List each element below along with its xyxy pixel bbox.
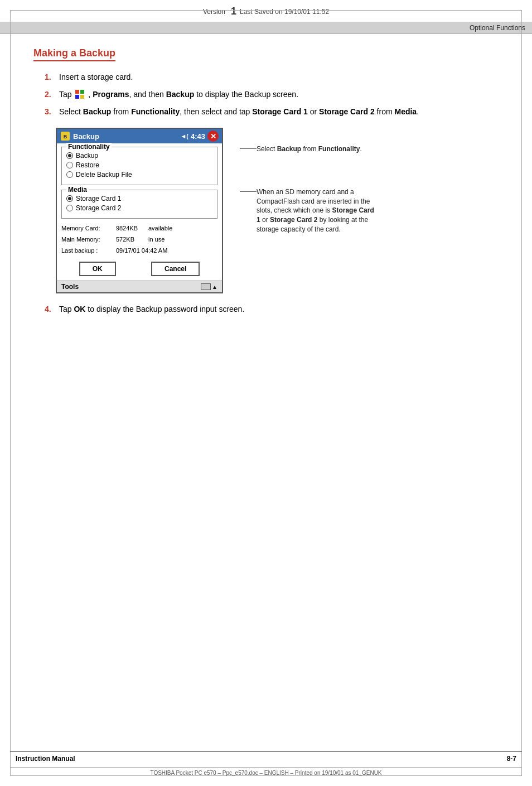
svg-rect-3: [80, 95, 84, 99]
media-group: Media Storage Card 1 Storage Card 2: [61, 190, 217, 219]
footer-bar: Instruction Manual 8-7 TOSHIBA Pocket PC…: [10, 751, 522, 776]
radio-delete[interactable]: Delete Backup File: [66, 171, 212, 179]
svg-rect-0: [75, 90, 79, 94]
functionality-label: Functionality: [66, 143, 112, 151]
footer-bottom-text: TOSHIBA Pocket PC e570 – Ppc_e570.doc – …: [150, 770, 381, 776]
manual-label: Instruction Manual: [16, 755, 75, 763]
radio-sc1-label: Storage Card 1: [76, 195, 121, 202]
programs-icon: [75, 90, 84, 99]
radio-sc2-circle: [66, 205, 73, 211]
radio-restore-circle: [66, 162, 73, 168]
page-border: [10, 10, 522, 776]
radio-delete-circle: [66, 171, 73, 178]
radio-sc2-label: Storage Card 2: [76, 204, 121, 212]
page-label: 8-7: [507, 755, 516, 763]
radio-sc2[interactable]: Storage Card 2: [66, 204, 212, 212]
radio-sc1-circle: [66, 195, 73, 202]
radio-backup-label: Backup: [76, 152, 98, 160]
media-label: Media: [66, 186, 89, 194]
media-options: Storage Card 1 Storage Card 2: [66, 195, 212, 212]
footer-top: Instruction Manual 8-7: [10, 751, 522, 763]
radio-backup-circle: [66, 152, 73, 159]
radio-restore-label: Restore: [76, 161, 99, 169]
radio-delete-label: Delete Backup File: [76, 171, 132, 179]
footer-bottom: TOSHIBA Pocket PC e570 – Ppc_e570.doc – …: [10, 767, 522, 776]
radio-restore[interactable]: Restore: [66, 161, 212, 169]
svg-rect-2: [75, 95, 79, 99]
svg-rect-1: [80, 90, 84, 94]
functionality-options: Backup Restore Delete Backup File: [66, 152, 212, 179]
radio-backup[interactable]: Backup: [66, 152, 212, 160]
radio-sc1[interactable]: Storage Card 1: [66, 195, 212, 202]
functionality-group: Functionality Backup Restore: [61, 147, 217, 185]
